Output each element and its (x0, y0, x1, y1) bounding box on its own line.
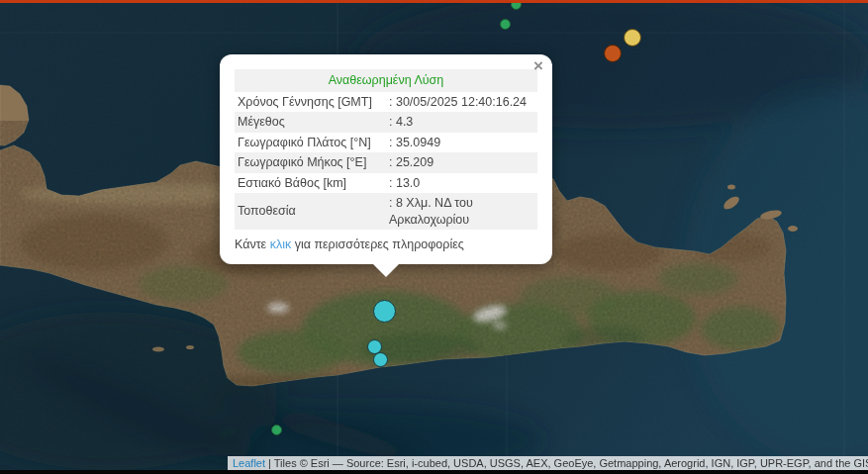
table-row: Μέγεθος : 4.3 (235, 112, 537, 133)
table-row: Γεωγραφικό Μήκος [°E] : 25.209 (235, 152, 537, 173)
table-row-title: Αναθεωρημένη Λύση (235, 69, 537, 92)
row-value: : 4.3 (386, 112, 537, 133)
map-application-window: × Αναθεωρημένη Λύση Χρόνος Γέννησης [GMT… (0, 0, 868, 474)
row-value: : 30/05/2025 12:40:16.24 (386, 92, 537, 113)
table-row: Εστιακό Βάθος [km] : 13.0 (235, 173, 537, 194)
leaflet-link[interactable]: Leaflet (233, 457, 265, 469)
quake-marker-teal-south-2[interactable] (373, 352, 388, 367)
quake-marker-green-south[interactable] (271, 425, 282, 435)
row-value: : 8 Χλμ. ΝΔ του Αρκαλοχωρίου (386, 193, 537, 230)
top-border-strip (0, 0, 868, 3)
quake-marker-orange[interactable] (604, 45, 622, 62)
attribution-bar: Leaflet | Tiles © Esri — Source: Esri, i… (228, 456, 868, 470)
bottom-border-strip (0, 470, 868, 474)
popup-tail (372, 263, 400, 277)
row-value: : 25.209 (386, 152, 537, 173)
footer-text: για περισσότερες πληροφορίες (291, 237, 464, 251)
row-label: Εστιακό Βάθος [km] (235, 173, 386, 194)
row-label: Γεωγραφικό Πλάτος [°N] (235, 133, 386, 153)
quake-marker-green-north-2[interactable] (500, 19, 511, 30)
row-label: Τοποθεσία (235, 193, 386, 230)
table-row: Γεωγραφικό Πλάτος [°N] : 35.0949 (235, 133, 537, 153)
popup-close-button[interactable]: × (533, 59, 543, 73)
quake-marker-teal-main[interactable] (373, 300, 396, 323)
popup-content: Αναθεωρημένη Λύση Χρόνος Γέννησης [GMT] … (235, 69, 537, 252)
earthquake-popup: × Αναθεωρημένη Λύση Χρόνος Γέννησης [GMT… (220, 54, 552, 264)
popup-footer: Κάντε κλικ για περισσότερες πληροφορίες (235, 237, 537, 252)
attribution-text: Tiles © Esri — Source: Esri, i-cubed, US… (274, 457, 868, 469)
row-label: Μέγεθος (235, 112, 386, 133)
more-info-link[interactable]: κλικ (270, 237, 292, 251)
popup-title: Αναθεωρημένη Λύση (235, 69, 537, 92)
footer-text: Κάντε (235, 237, 270, 251)
table-row: Τοποθεσία : 8 Χλμ. ΝΔ του Αρκαλοχωρίου (235, 193, 537, 230)
earthquake-details-table: Αναθεωρημένη Λύση Χρόνος Γέννησης [GMT] … (235, 69, 537, 230)
attribution-separator: | (265, 457, 274, 469)
row-value: : 35.0949 (386, 133, 537, 153)
row-label: Χρόνος Γέννησης [GMT] (235, 92, 386, 113)
quake-marker-yellow[interactable] (624, 29, 641, 47)
row-label: Γεωγραφικό Μήκος [°E] (235, 152, 386, 173)
row-value: : 13.0 (386, 173, 537, 194)
table-row: Χρόνος Γέννησης [GMT] : 30/05/2025 12:40… (235, 92, 537, 113)
